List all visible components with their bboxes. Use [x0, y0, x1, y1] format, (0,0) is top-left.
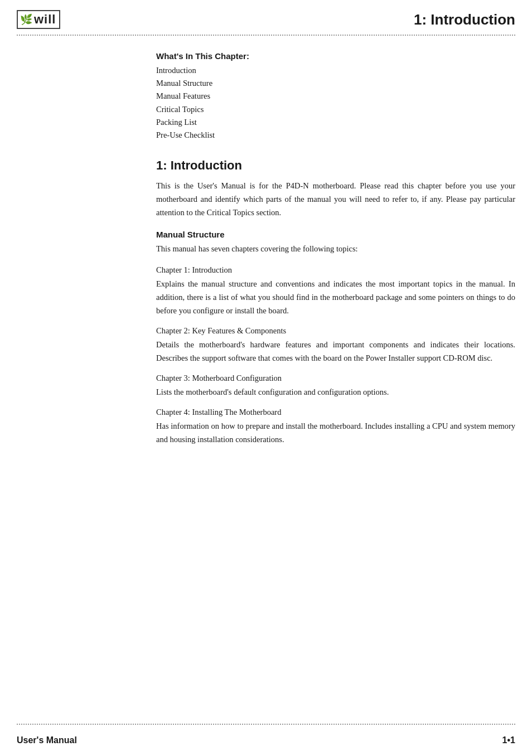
chapter-1-desc: Explains the manual structure and conven… — [156, 278, 515, 318]
footer: User's Manual 1•1 — [0, 725, 532, 756]
list-item: Packing List — [156, 116, 515, 129]
list-item: Introduction — [156, 64, 515, 77]
chapter-4-title: Chapter 4: Installing The Motherboard — [156, 406, 515, 419]
chapter-box-title: What's In This Chapter: — [156, 51, 515, 61]
footer-right-label: 1•1 — [502, 735, 515, 745]
list-item: Manual Features — [156, 90, 515, 103]
intro-paragraph: This is the User's Manual is for the P4D… — [156, 180, 515, 220]
section-heading: 1: Introduction — [156, 158, 515, 173]
manual-structure-intro: This manual has seven chapters covering … — [156, 243, 515, 256]
list-item: Pre-Use Checklist — [156, 129, 515, 142]
chapter-3-desc: Lists the motherboard's default configur… — [156, 386, 515, 399]
logo-area: 🌿 will — [17, 10, 60, 29]
chapter-box-list: Introduction Manual Structure Manual Fea… — [156, 64, 515, 142]
manual-structure-heading: Manual Structure — [156, 230, 515, 239]
chapter-4-desc: Has information on how to prepare and in… — [156, 420, 515, 447]
main-content: What's In This Chapter: Introduction Man… — [0, 36, 532, 447]
chapter-2-desc: Details the motherboard's hardware featu… — [156, 338, 515, 365]
chapter-box: What's In This Chapter: Introduction Man… — [156, 51, 515, 142]
chapter-2-title: Chapter 2: Key Features & Components — [156, 324, 515, 337]
header-title: 1: Introduction — [414, 11, 515, 28]
logo: 🌿 will — [17, 10, 60, 29]
footer-left-label: User's Manual — [17, 735, 77, 745]
page: 🌿 will 1: Introduction What's In This Ch… — [0, 0, 532, 756]
list-item: Critical Topics — [156, 103, 515, 116]
logo-leaf-icon: 🌿 — [20, 13, 33, 26]
chapter-3-title: Chapter 3: Motherboard Configuration — [156, 372, 515, 385]
chapter-1-title: Chapter 1: Introduction — [156, 264, 515, 277]
logo-text: will — [34, 12, 56, 27]
header: 🌿 will 1: Introduction — [0, 0, 532, 29]
list-item: Manual Structure — [156, 77, 515, 90]
